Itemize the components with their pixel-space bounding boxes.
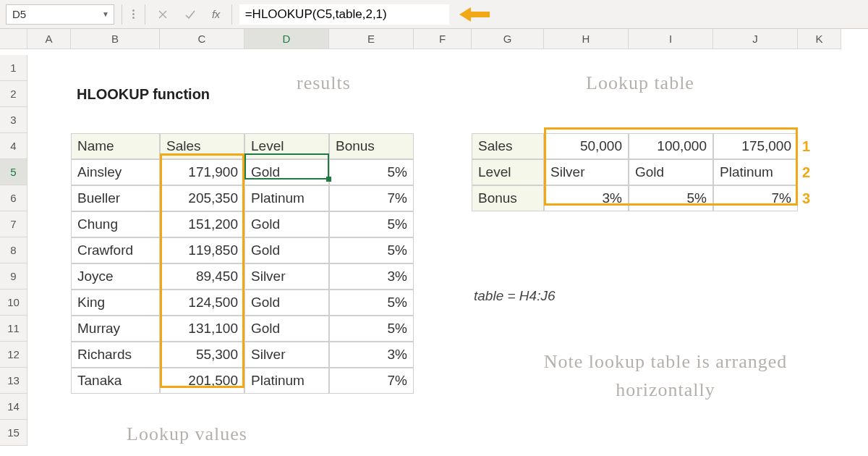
cell-sales[interactable]: 55,300 xyxy=(160,342,244,368)
check-icon[interactable] xyxy=(180,4,200,25)
cell-level[interactable]: Gold xyxy=(244,290,329,316)
cell-level[interactable]: Gold xyxy=(244,211,329,237)
cell-name[interactable]: Murray xyxy=(71,316,160,342)
cell-sales[interactable]: 119,850 xyxy=(160,237,244,263)
lookup-level[interactable]: Platinum xyxy=(713,159,798,185)
row-head-11[interactable]: 11 xyxy=(0,316,27,342)
col-head-A[interactable]: A xyxy=(27,29,71,49)
divider xyxy=(231,4,232,25)
row-head-9[interactable]: 9 xyxy=(0,263,27,290)
lookup-level[interactable]: Gold xyxy=(629,159,713,185)
cell-name[interactable]: King xyxy=(71,290,160,316)
fx-icon[interactable]: fx xyxy=(208,8,224,20)
lookup-bonus[interactable]: 5% xyxy=(629,185,713,211)
lookup-rownum: 1 xyxy=(798,133,841,159)
cell-sales[interactable]: 171,900 xyxy=(160,159,244,185)
lookup-sales[interactable]: 175,000 xyxy=(713,133,798,159)
arrow-left-icon xyxy=(459,6,490,23)
row-head-6[interactable]: 6 xyxy=(0,185,27,211)
cell-sales[interactable]: 201,500 xyxy=(160,368,244,394)
cell-name[interactable]: Joyce xyxy=(71,263,160,290)
cell-sales[interactable]: 151,200 xyxy=(160,211,244,237)
page-title: HLOOKUP function xyxy=(71,81,244,107)
row-head-12[interactable]: 12 xyxy=(0,342,27,368)
cell-level[interactable]: Gold xyxy=(244,159,329,185)
cell-sales[interactable]: 89,450 xyxy=(160,263,244,290)
row-head-3[interactable]: 3 xyxy=(0,107,27,133)
cell-bonus[interactable]: 5% xyxy=(329,316,414,342)
col-head-I[interactable]: I xyxy=(629,29,713,49)
name-box[interactable]: D5 ▼ xyxy=(6,4,114,25)
cell-level[interactable]: Silver xyxy=(244,263,329,290)
divider xyxy=(145,4,145,25)
cell-bonus[interactable]: 7% xyxy=(329,185,414,211)
cell-bonus[interactable]: 5% xyxy=(329,211,414,237)
lookup-row-sales: Sales xyxy=(472,133,544,159)
cell-name[interactable]: Ainsley xyxy=(71,159,160,185)
row-head-1[interactable]: 1 xyxy=(0,55,27,81)
cell-bonus[interactable]: 7% xyxy=(329,368,414,394)
col-head-F[interactable]: F xyxy=(414,29,472,49)
select-all-corner[interactable] xyxy=(0,29,27,49)
cell-bonus[interactable]: 3% xyxy=(329,342,414,368)
col-head-G[interactable]: G xyxy=(472,29,544,49)
annotation-lookup-table: Lookup table xyxy=(586,72,694,94)
cell-bonus[interactable]: 5% xyxy=(329,290,414,316)
cell-bonus[interactable]: 5% xyxy=(329,237,414,263)
row-head-8[interactable]: 8 xyxy=(0,237,27,263)
col-sales-header: Sales xyxy=(160,133,244,159)
lookup-sales[interactable]: 50,000 xyxy=(544,133,629,159)
formula-input[interactable] xyxy=(239,4,449,25)
lookup-rownum: 2 xyxy=(798,159,841,185)
cell-name[interactable]: Chung xyxy=(71,211,160,237)
formula-bar: D5 ▼ fx xyxy=(0,0,868,29)
cell-level[interactable]: Platinum xyxy=(244,185,329,211)
lookup-row-level: Level xyxy=(472,159,544,185)
cell-name[interactable]: Richards xyxy=(71,342,160,368)
row-head-15[interactable]: 15 xyxy=(0,420,27,446)
row-head-5[interactable]: 5 xyxy=(0,159,27,185)
cell-sales[interactable]: 131,100 xyxy=(160,316,244,342)
lookup-row-bonus: Bonus xyxy=(472,185,544,211)
row-head-7[interactable]: 7 xyxy=(0,211,27,237)
cell-bonus[interactable]: 5% xyxy=(329,159,414,185)
col-head-B[interactable]: B xyxy=(71,29,160,49)
cell-level[interactable]: Gold xyxy=(244,316,329,342)
cell-sales[interactable]: 124,500 xyxy=(160,290,244,316)
col-name-header: Name xyxy=(71,133,160,159)
cancel-icon[interactable] xyxy=(153,4,173,25)
annotation-table-def: table = H4:J6 xyxy=(474,288,556,304)
annotation-note: Note lookup table is arranged horizontal… xyxy=(535,347,796,404)
row-head-14[interactable]: 14 xyxy=(0,394,27,420)
drag-handle-icon[interactable] xyxy=(129,9,137,19)
cell-name[interactable]: Bueller xyxy=(71,185,160,211)
cell-level[interactable]: Platinum xyxy=(244,368,329,394)
divider xyxy=(122,4,122,25)
col-head-J[interactable]: J xyxy=(713,29,798,49)
lookup-bonus[interactable]: 7% xyxy=(713,185,798,211)
row-head-13[interactable]: 13 xyxy=(0,368,27,394)
col-level-header: Level xyxy=(244,133,329,159)
row-head-10[interactable]: 10 xyxy=(0,290,27,316)
lookup-level[interactable]: Silver xyxy=(544,159,629,185)
cell-level[interactable]: Gold xyxy=(244,237,329,263)
cell-name[interactable]: Tanaka xyxy=(71,368,160,394)
cell-level[interactable]: Silver xyxy=(244,342,329,368)
cell-sales[interactable]: 205,350 xyxy=(160,185,244,211)
lookup-bonus[interactable]: 3% xyxy=(544,185,629,211)
row-head-2[interactable]: 2 xyxy=(0,81,27,107)
annotation-results: results xyxy=(297,72,351,94)
cell-name[interactable]: Crawford xyxy=(71,237,160,263)
cell-bonus[interactable]: 3% xyxy=(329,263,414,290)
col-head-C[interactable]: C xyxy=(160,29,244,49)
annotation-lookup-values: Lookup values xyxy=(127,423,247,445)
row-head-4[interactable]: 4 xyxy=(0,133,27,159)
col-bonus-header: Bonus xyxy=(329,133,414,159)
col-head-D[interactable]: D xyxy=(244,29,329,49)
col-head-E[interactable]: E xyxy=(329,29,414,49)
col-head-H[interactable]: H xyxy=(544,29,629,49)
chevron-down-icon[interactable]: ▼ xyxy=(102,10,109,18)
lookup-rownum: 3 xyxy=(798,185,841,211)
col-head-K[interactable]: K xyxy=(798,29,841,49)
lookup-sales[interactable]: 100,000 xyxy=(629,133,713,159)
